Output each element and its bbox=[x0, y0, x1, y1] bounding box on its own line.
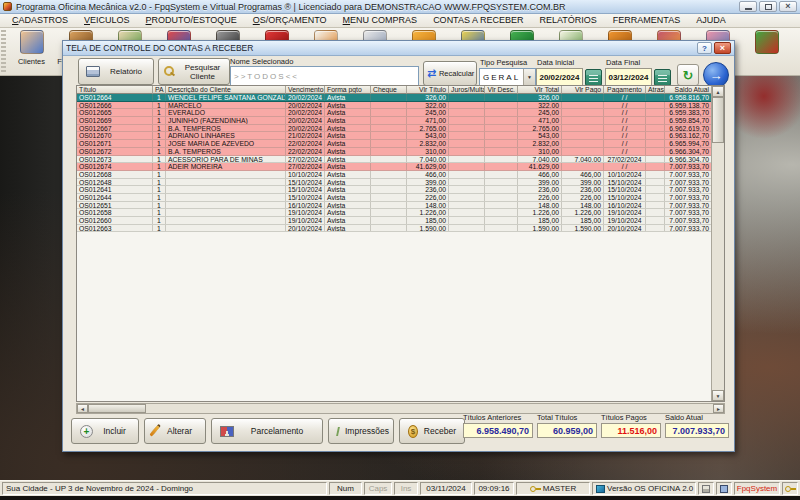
table-cell bbox=[485, 125, 518, 132]
column-header[interactable]: Vlr Desc. bbox=[485, 86, 518, 94]
table-row[interactable]: OS0126661MARCELO20/02/2024Avista322,0032… bbox=[77, 102, 724, 110]
table-row[interactable]: OS0126671B.A. TEMPEROS20/02/2024Avista2.… bbox=[77, 125, 724, 133]
menu-item-os-or-amento[interactable]: OS/ORÇAMENTO bbox=[245, 14, 335, 27]
table-row[interactable]: OS0126701ADRIANO LINHARES21/02/2024Avist… bbox=[77, 132, 724, 140]
table-row[interactable]: OS012663120/10/2024Avista1.590,001.590,0… bbox=[77, 225, 724, 233]
column-header[interactable]: Saldo Atual bbox=[665, 86, 711, 94]
column-header[interactable]: Juros/Multa bbox=[449, 86, 485, 94]
scroll-right-arrow[interactable]: ► bbox=[713, 404, 724, 413]
menu-item-relat-rios[interactable]: RELATÓRIOS bbox=[531, 14, 604, 27]
table-cell bbox=[449, 148, 485, 155]
column-header[interactable]: PA bbox=[153, 86, 166, 94]
table-row[interactable]: OS012641115/10/2024Avista236,00236,00236… bbox=[77, 186, 724, 194]
refresh-button[interactable]: ↻ bbox=[677, 64, 699, 86]
scroll-left-arrow[interactable]: ◄ bbox=[77, 404, 88, 413]
menu-item-menu-compras[interactable]: MENU COMPRAS bbox=[335, 14, 426, 27]
receber-button[interactable]: $Receber bbox=[399, 418, 465, 444]
column-header[interactable]: Pagamento bbox=[604, 86, 646, 94]
menu-item-ferramentas[interactable]: FERRAMENTAS bbox=[605, 14, 688, 27]
table-cell: 7.007.933,70 bbox=[665, 186, 711, 193]
table-cell bbox=[449, 179, 485, 186]
table-cell: 27/02/2024 bbox=[604, 156, 646, 163]
table-row[interactable]: OS0126741ADEIR MOREIRA27/02/2024Avista41… bbox=[77, 163, 724, 171]
scroll-track[interactable] bbox=[146, 404, 713, 413]
parcelamento-button[interactable]: Parcelamento bbox=[211, 418, 323, 444]
table-row[interactable]: OS012648115/10/2024Avista399,00399,00399… bbox=[77, 179, 724, 187]
table-row[interactable]: OS0126691JUNINHO (FAZENDINHA)20/02/2024A… bbox=[77, 117, 724, 125]
table-cell: Avista bbox=[325, 186, 371, 193]
vertical-scroll-thumb[interactable] bbox=[712, 97, 724, 143]
menu-item-veiculos[interactable]: VEICULOS bbox=[76, 14, 138, 27]
alterar-button[interactable]: Alterar bbox=[144, 418, 206, 444]
impressoes-button[interactable]: Impressões bbox=[328, 418, 394, 444]
table-row[interactable]: OS012658119/10/2024Avista1.226,001.226,0… bbox=[77, 209, 724, 217]
column-header[interactable]: Vencimento bbox=[286, 86, 325, 94]
horizontal-scroll-thumb[interactable] bbox=[88, 404, 146, 413]
status-printer[interactable] bbox=[698, 482, 714, 495]
table-cell: 1 bbox=[153, 163, 166, 170]
dialog-close-button[interactable]: × bbox=[714, 42, 731, 54]
data-final-calendar-button[interactable] bbox=[654, 69, 671, 86]
column-header[interactable]: Vlr Título bbox=[407, 86, 449, 94]
vertical-scrollbar[interactable]: ▲ ▼ bbox=[711, 86, 724, 401]
minimize-button[interactable] bbox=[739, 1, 757, 12]
table-row[interactable]: OS012660119/10/2024Avista185,00185,00185… bbox=[77, 217, 724, 225]
toolbar-grip-handle[interactable] bbox=[1, 30, 6, 74]
chevron-down-icon[interactable]: ▼ bbox=[523, 69, 535, 85]
table-row[interactable]: OS0126641WENDEL FELIPE SANTANA GONZALVES… bbox=[77, 94, 724, 102]
menu-item-contas-a-receber[interactable]: CONTAS A RECEBER bbox=[425, 14, 531, 27]
column-header[interactable]: Cheque bbox=[371, 86, 407, 94]
clientes-icon bbox=[20, 30, 44, 54]
table-cell: 7.007.933,70 bbox=[665, 217, 711, 224]
button-label: Impressões bbox=[345, 426, 397, 436]
screen: Programa Oficina Mecânica v2.0 - FpqSyst… bbox=[0, 0, 800, 500]
status-monitor[interactable] bbox=[716, 482, 732, 495]
column-header[interactable]: Vlr Total bbox=[518, 86, 562, 94]
data-final-input[interactable]: 03/12/2024 bbox=[605, 68, 652, 86]
table-cell: Avista bbox=[325, 225, 371, 232]
dialog-help-button[interactable]: ? bbox=[697, 42, 712, 54]
table-row[interactable]: OS0126711JOSE MARIA DE AZEVEDO22/02/2024… bbox=[77, 140, 724, 148]
incluir-button[interactable]: +Incluir bbox=[71, 418, 139, 444]
menu-item-cadastros[interactable]: CADASTROS bbox=[4, 14, 76, 27]
table-row[interactable]: OS0126651EVERALDO20/02/2024Avista245,002… bbox=[77, 109, 724, 117]
menu-item-ajuda[interactable]: AJUDA bbox=[688, 14, 734, 27]
column-header[interactable]: Forma pgto bbox=[325, 86, 371, 94]
data-inicial-input[interactable]: 20/02/2024 bbox=[536, 68, 583, 86]
table-row[interactable]: OS012668110/10/2024Avista466,00466,00466… bbox=[77, 171, 724, 179]
toolbar-item-clientes[interactable]: Clientes bbox=[7, 28, 56, 75]
toolbar-item-sair[interactable] bbox=[742, 28, 791, 75]
menu-item-produto-estoque[interactable]: PRODUTO/ESTOQUE bbox=[138, 14, 245, 27]
restore-button[interactable] bbox=[759, 1, 777, 12]
table-cell bbox=[646, 179, 665, 186]
table-cell: 15/10/2024 bbox=[604, 194, 646, 201]
nome-selecionado-input[interactable]: >>TODOS<< bbox=[230, 66, 419, 86]
scroll-down-arrow[interactable]: ▼ bbox=[712, 390, 724, 401]
pesquisar-cliente-button[interactable]: Pesquisar Cliente bbox=[158, 58, 230, 85]
table-row[interactable]: OS0126721B.A. TEMPEROS22/02/2024Avista31… bbox=[77, 148, 724, 156]
window-titlebar: Programa Oficina Mecânica v2.0 - FpqSyst… bbox=[0, 0, 800, 14]
table-cell: 322,00 bbox=[518, 102, 562, 109]
pesquisar-cliente-label: Pesquisar Cliente bbox=[178, 63, 229, 81]
relatorio-button[interactable]: Relatório bbox=[78, 58, 154, 85]
tipo-pesquisa-select[interactable]: GERAL ▼ bbox=[479, 68, 536, 86]
table-cell bbox=[646, 140, 665, 147]
table-cell bbox=[166, 179, 286, 186]
table-cell bbox=[449, 194, 485, 201]
recalcular-button[interactable]: ⇄ Recalcular bbox=[423, 61, 477, 86]
table-row[interactable]: OS012644115/10/2024Avista226,00226,00226… bbox=[77, 194, 724, 202]
close-button[interactable]: × bbox=[779, 1, 797, 12]
scroll-up-arrow[interactable]: ▲ bbox=[712, 86, 724, 97]
dialog-titlebar[interactable]: TELA DE CONTROLE DO CONTAS A RECEBER ? × bbox=[63, 41, 734, 56]
tipo-pesquisa-value: GERAL bbox=[480, 73, 523, 82]
table-cell bbox=[371, 109, 407, 116]
table-row[interactable]: OS0126731ACESSORIO PARA DE MINAS27/02/20… bbox=[77, 156, 724, 164]
table-row[interactable]: OS012651116/10/2024Avista148,00148,00148… bbox=[77, 202, 724, 210]
data-inicial-calendar-button[interactable] bbox=[585, 69, 602, 86]
column-header[interactable]: Título bbox=[77, 86, 153, 94]
column-header[interactable]: Vlr Pago bbox=[562, 86, 604, 94]
column-header[interactable]: Atraso bbox=[646, 86, 665, 94]
table-cell: 1.590,00 bbox=[518, 225, 562, 232]
table-cell: / / bbox=[604, 102, 646, 109]
column-header[interactable]: Descrição do Cliente bbox=[166, 86, 286, 94]
